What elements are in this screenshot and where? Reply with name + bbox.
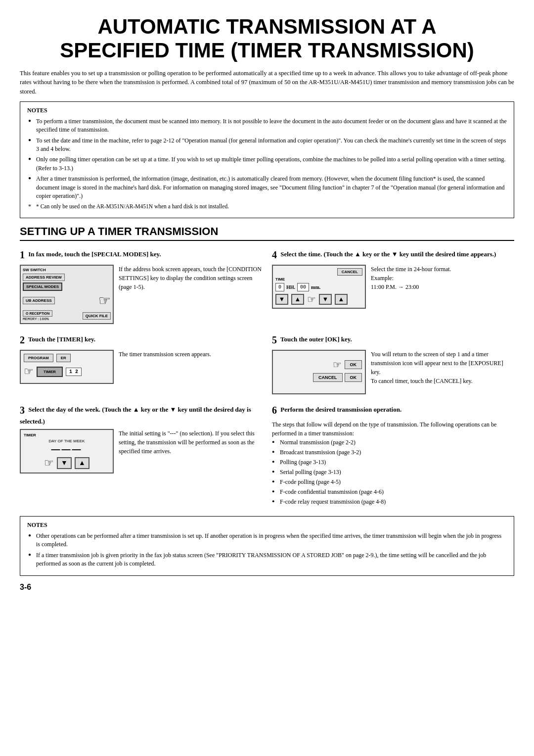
step-2-body: PROGRAM ER ☞ TIMER 1 2 The timer transmi… bbox=[20, 350, 262, 384]
step-5-body: ☞ OK CANCEL OK You will return to the sc… bbox=[272, 350, 514, 394]
intro-text: This feature enables you to set up a tra… bbox=[20, 69, 514, 96]
step-2-panel: PROGRAM ER ☞ TIMER 1 2 bbox=[20, 350, 114, 384]
hand-icon-2: ☞ bbox=[307, 293, 316, 305]
bottom-notes-list: Other operations can be performed after … bbox=[27, 532, 507, 568]
step-3-panel: TIMER DAY OF THE WEEK ——— ☞ ▼ ▲ bbox=[20, 429, 114, 473]
note-sub-item: * Can only be used on the AR-M351N/AR-M4… bbox=[27, 202, 507, 211]
step-2-text: The timer transmission screen appears. bbox=[119, 350, 262, 359]
step-4-header: 4 Select the time. (Touch the ▲ key or t… bbox=[272, 248, 514, 262]
bottom-note-item: Other operations can be performed after … bbox=[27, 532, 507, 549]
steps-container: 1 In fax mode, touch the [SPECIAL MODES]… bbox=[20, 248, 514, 516]
step-3-body: TIMER DAY OF THE WEEK ——— ☞ ▼ ▲ The init… bbox=[20, 429, 262, 473]
bottom-notes-title: NOTES bbox=[27, 521, 507, 529]
down-arrow-btn-2[interactable]: ▼ bbox=[319, 294, 332, 305]
list-item: Normal transmission (page 2-2) bbox=[272, 438, 514, 447]
note-item: To set the date and time in the machine,… bbox=[27, 137, 507, 154]
note-item: Only one polling timer operation can be … bbox=[27, 155, 507, 173]
list-item: F-code relay request transmission (page … bbox=[272, 497, 514, 506]
list-item: F-code confidential transmission (page 4… bbox=[272, 487, 514, 496]
list-item: F-code polling (page 4-5) bbox=[272, 477, 514, 486]
ok-panel: ☞ OK CANCEL OK bbox=[272, 350, 366, 394]
list-item: Broadcast transmission (page 3-2) bbox=[272, 448, 514, 457]
dow-down-btn[interactable]: ▼ bbox=[57, 457, 72, 469]
hand-icon-4: ☞ bbox=[333, 359, 342, 371]
step-6-content: The steps that follow will depend on the… bbox=[272, 420, 514, 506]
note-item: After a timer transmission is performed,… bbox=[27, 175, 507, 200]
top-notes-title: NOTES bbox=[27, 107, 507, 114]
step-1: 1 In fax mode, touch the [SPECIAL MODES]… bbox=[20, 248, 262, 324]
up-arrow-btn[interactable]: ▲ bbox=[291, 294, 304, 305]
page-title: AUTOMATIC TRANSMISSION AT A SPECIFIED TI… bbox=[20, 15, 514, 63]
step-2-header: 2 Touch the [TIMER] key. bbox=[20, 333, 262, 347]
step-1-text: If the address book screen appears, touc… bbox=[119, 265, 262, 291]
cancel-time-panel: CANCEL TIME 0 HH. 00 mm. ▼ ▲ ☞ bbox=[272, 265, 366, 309]
step-6-list: Normal transmission (page 2-2) Broadcast… bbox=[272, 438, 514, 506]
step-4-text: Select the time in 24-hour format.Exampl… bbox=[371, 265, 514, 291]
step-5-header: 5 Touch the outer [OK] key. bbox=[272, 333, 514, 347]
step-1-body: SW SWITCH ADDRESS REVIEW SPECIAL MODES U… bbox=[20, 265, 262, 324]
dow-up-btn[interactable]: ▲ bbox=[75, 457, 89, 469]
step-4-body: CANCEL TIME 0 HH. 00 mm. ▼ ▲ ☞ bbox=[272, 265, 514, 309]
fax-panel: SW SWITCH ADDRESS REVIEW SPECIAL MODES U… bbox=[20, 265, 114, 324]
dow-panel: TIMER DAY OF THE WEEK ——— ☞ ▼ ▲ bbox=[20, 429, 114, 473]
step-6: 6 Perform the desired transmission opera… bbox=[272, 403, 514, 507]
step-5: 5 Touch the outer [OK] key. ☞ OK CANCEL … bbox=[272, 333, 514, 394]
step-1-panel: SW SWITCH ADDRESS REVIEW SPECIAL MODES U… bbox=[20, 265, 114, 324]
top-notes-box: NOTES To perform a timer transmission, t… bbox=[20, 101, 514, 218]
step-1-header: 1 In fax mode, touch the [SPECIAL MODES]… bbox=[20, 248, 262, 262]
section-title: SETTING UP A TIMER TRANSMISSION bbox=[20, 225, 514, 241]
step-3-text: The initial setting is "---" (no selecti… bbox=[119, 429, 262, 456]
step-4-panel: CANCEL TIME 0 HH. 00 mm. ▼ ▲ ☞ bbox=[272, 265, 366, 309]
note-item: To perform a timer transmission, the doc… bbox=[27, 117, 507, 135]
timer-panel: PROGRAM ER ☞ TIMER 1 2 bbox=[20, 350, 114, 384]
step-3-header: 3 Select the day of the week. (Touch the… bbox=[20, 403, 262, 426]
title-line1: AUTOMATIC TRANSMISSION AT A bbox=[97, 15, 436, 38]
step-3: 3 Select the day of the week. (Touch the… bbox=[20, 403, 262, 507]
step-5-panel: ☞ OK CANCEL OK bbox=[272, 350, 366, 394]
list-item: Polling (page 3-13) bbox=[272, 458, 514, 467]
step-6-header: 6 Perform the desired transmission opera… bbox=[272, 403, 514, 417]
hand-icon-5: ☞ bbox=[44, 457, 54, 470]
step-2: 2 Touch the [TIMER] key. PROGRAM ER ☞ TI… bbox=[20, 333, 262, 394]
bottom-notes-box: NOTES Other operations can be performed … bbox=[20, 516, 514, 576]
step-4: 4 Select the time. (Touch the ▲ key or t… bbox=[272, 248, 514, 324]
top-notes-list: To perform a timer transmission, the doc… bbox=[27, 117, 507, 211]
title-line2: SPECIFIED TIME (TIMER TRANSMISSION) bbox=[60, 39, 474, 62]
down-arrow-btn[interactable]: ▼ bbox=[275, 294, 288, 305]
hand-icon: ☞ bbox=[98, 292, 111, 309]
list-item: Serial polling (page 3-13) bbox=[272, 468, 514, 476]
step-5-text: You will return to the screen of step 1 … bbox=[371, 350, 514, 385]
up-arrow-btn-2[interactable]: ▲ bbox=[335, 294, 348, 305]
bottom-note-item: If a timer transmission job is given pri… bbox=[27, 551, 507, 568]
page-number: 3-6 bbox=[20, 583, 514, 592]
hand-icon-3: ☞ bbox=[24, 365, 34, 378]
